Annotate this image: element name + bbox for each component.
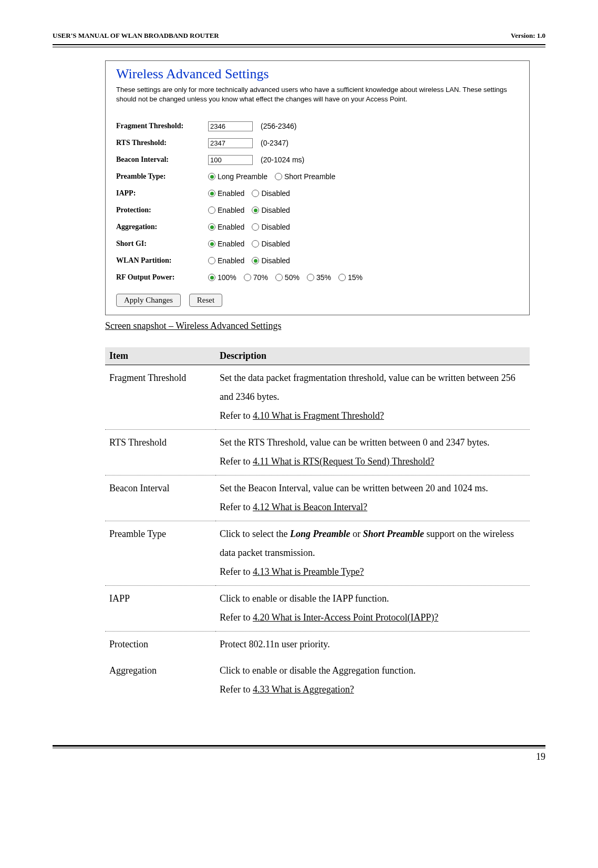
- shortgi-row: Short GI: Enabled Disabled: [116, 237, 519, 251]
- protection-enabled-radio[interactable]: Enabled: [208, 206, 244, 214]
- shortgi-label: Short GI:: [116, 240, 208, 248]
- page-header: USER'S MANUAL OF WLAN BROADBAND ROUTER V…: [53, 32, 545, 44]
- item-desc: Click to enable or disable the IAPP func…: [215, 586, 530, 632]
- header-rule-thick: [53, 44, 545, 45]
- wlanpart-disabled-radio[interactable]: Disabled: [252, 256, 290, 265]
- rf-70-radio[interactable]: 70%: [244, 273, 268, 282]
- iapp-disabled-radio[interactable]: Disabled: [252, 189, 290, 198]
- refer-link: 4.20 What is Inter-Access Point Protocol…: [253, 612, 438, 623]
- radio-icon: [252, 190, 259, 197]
- radio-icon: [307, 274, 314, 281]
- panel-description: These settings are only for more technic…: [116, 85, 519, 104]
- beacon-row: Beacon Interval: (20-1024 ms): [116, 153, 519, 167]
- table-row: Fragment Threshold Set the data packet f…: [105, 365, 530, 430]
- radio-icon: [208, 240, 215, 247]
- preamble-label: Preamble Type:: [116, 172, 208, 181]
- refer-link: 4.10 What is Fragment Threshold?: [253, 410, 384, 421]
- refer-link: 4.33 What is Aggregation?: [253, 684, 354, 695]
- refer-link: 4.13 What is Preamble Type?: [253, 566, 364, 577]
- refer-link: 4.11 What is RTS(Request To Send) Thresh…: [253, 456, 434, 467]
- protection-row: Protection: Enabled Disabled: [116, 203, 519, 217]
- screenshot-caption: Screen snapshot – Wireless Advanced Sett…: [105, 321, 530, 332]
- rf-50-radio[interactable]: 50%: [275, 273, 300, 282]
- reset-button[interactable]: Reset: [189, 294, 222, 307]
- item-desc: Protect 802.11n user priority.: [215, 632, 530, 658]
- th-item: Item: [105, 347, 215, 365]
- table-row: RTS Threshold Set the RTS Threshold, val…: [105, 430, 530, 476]
- fragment-label: Fragment Threshold:: [116, 122, 208, 130]
- preamble-long-radio[interactable]: Long Preamble: [208, 172, 267, 181]
- table-row: Preamble Type Click to select the Long P…: [105, 521, 530, 586]
- header-left: USER'S MANUAL OF WLAN BROADBAND ROUTER: [53, 32, 219, 40]
- wlanpart-enabled-radio[interactable]: Enabled: [208, 256, 244, 265]
- table-row: IAPP Click to enable or disable the IAPP…: [105, 586, 530, 632]
- protection-disabled-radio[interactable]: Disabled: [252, 206, 290, 214]
- radio-icon: [252, 240, 259, 247]
- item-desc: Set the RTS Threshold, value can be writ…: [215, 430, 530, 476]
- rts-row: RTS Threshold: (0-2347): [116, 136, 519, 150]
- aggregation-label: Aggregation:: [116, 223, 208, 231]
- radio-icon: [208, 206, 215, 214]
- item-name: Aggregation: [105, 658, 215, 703]
- radio-icon: [208, 223, 215, 231]
- preamble-row: Preamble Type: Long Preamble Short Pream…: [116, 170, 519, 183]
- item-name: IAPP: [105, 586, 215, 632]
- radio-icon: [275, 274, 283, 281]
- header-rule-thin: [53, 47, 545, 47]
- rts-input[interactable]: [208, 138, 253, 148]
- item-desc: Set the data packet fragmentation thresh…: [215, 365, 530, 430]
- aggregation-enabled-radio[interactable]: Enabled: [208, 223, 244, 231]
- panel-title: Wireless Advanced Settings: [116, 66, 519, 82]
- settings-panel: Wireless Advanced Settings These setting…: [105, 60, 530, 315]
- description-table: Item Description Fragment Threshold Set …: [105, 347, 530, 703]
- footer-rule-thick: [53, 745, 545, 747]
- radio-icon: [208, 257, 215, 264]
- radio-icon: [252, 206, 259, 214]
- item-name: Preamble Type: [105, 521, 215, 586]
- rts-label: RTS Threshold:: [116, 139, 208, 147]
- radio-icon: [252, 257, 259, 264]
- preamble-short-radio[interactable]: Short Preamble: [275, 172, 335, 181]
- rfout-row: RF Output Power: 100% 70% 50% 35% 15%: [116, 271, 519, 284]
- iapp-enabled-radio[interactable]: Enabled: [208, 189, 244, 198]
- table-row: Protection Protect 802.11n user priority…: [105, 632, 530, 658]
- shortgi-disabled-radio[interactable]: Disabled: [252, 240, 290, 248]
- button-row: Apply Changes Reset: [116, 294, 519, 307]
- item-desc: Click to enable or disable the Aggregati…: [215, 658, 530, 703]
- radio-icon: [208, 190, 215, 197]
- beacon-input[interactable]: [208, 155, 253, 165]
- apply-button[interactable]: Apply Changes: [116, 294, 181, 307]
- item-name: Protection: [105, 632, 215, 658]
- iapp-row: IAPP: Enabled Disabled: [116, 187, 519, 200]
- page-footer: 19: [53, 745, 545, 762]
- beacon-range: (20-1024 ms): [261, 156, 304, 164]
- rfout-label: RF Output Power:: [116, 273, 208, 282]
- rf-35-radio[interactable]: 35%: [307, 273, 331, 282]
- item-desc: Set the Beacon Interval, value can be wr…: [215, 476, 530, 521]
- rf-100-radio[interactable]: 100%: [208, 273, 236, 282]
- aggregation-row: Aggregation: Enabled Disabled: [116, 220, 519, 234]
- item-name: Fragment Threshold: [105, 365, 215, 430]
- fragment-input[interactable]: [208, 121, 253, 131]
- page-number: 19: [53, 751, 545, 762]
- item-name: Beacon Interval: [105, 476, 215, 521]
- rf-15-radio[interactable]: 15%: [338, 273, 363, 282]
- radio-icon: [208, 274, 215, 281]
- fragment-range: (256-2346): [261, 122, 297, 130]
- radio-icon: [275, 173, 282, 180]
- table-row: Aggregation Click to enable or disable t…: [105, 658, 530, 703]
- item-desc: Click to select the Long Preamble or Sho…: [215, 521, 530, 586]
- fragment-row: Fragment Threshold: (256-2346): [116, 119, 519, 133]
- refer-link: 4.12 What is Beacon Interval?: [253, 502, 367, 512]
- shortgi-enabled-radio[interactable]: Enabled: [208, 240, 244, 248]
- footer-rule-thin: [53, 748, 545, 748]
- aggregation-disabled-radio[interactable]: Disabled: [252, 223, 290, 231]
- rts-range: (0-2347): [261, 139, 288, 147]
- iapp-label: IAPP:: [116, 189, 208, 198]
- radio-icon: [208, 173, 215, 180]
- protection-label: Protection:: [116, 206, 208, 214]
- wlanpart-row: WLAN Partition: Enabled Disabled: [116, 254, 519, 267]
- header-right: Version: 1.0: [511, 32, 545, 40]
- th-desc: Description: [215, 347, 530, 365]
- radio-icon: [244, 274, 251, 281]
